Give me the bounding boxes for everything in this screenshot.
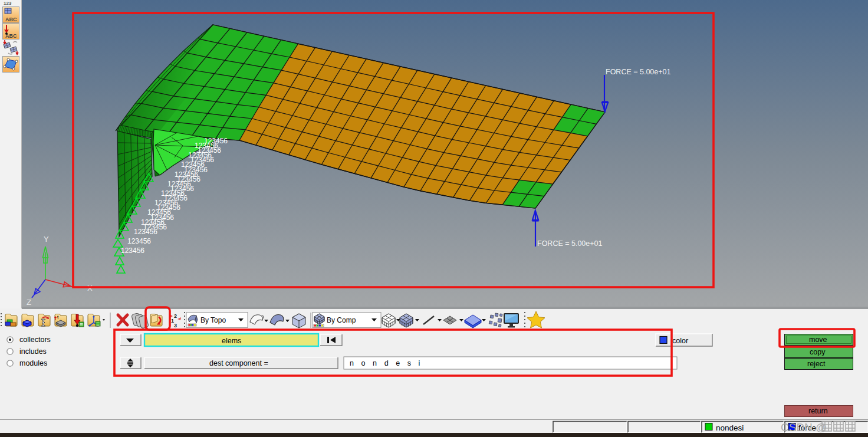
svg-text:nondesi: nondesi	[716, 423, 744, 432]
svg-text:123456: 123456	[164, 194, 188, 202]
svg-text:By Topo: By Topo	[200, 316, 226, 324]
svg-text:modules: modules	[19, 359, 47, 367]
svg-text:123456: 123456	[150, 213, 174, 222]
svg-text:reject: reject	[807, 360, 826, 368]
svg-text:return: return	[808, 407, 828, 415]
svg-text:123: 123	[4, 1, 12, 6]
svg-text:includes: includes	[19, 347, 47, 356]
svg-text:123456: 123456	[143, 223, 167, 231]
svg-text:nondesi: nondesi	[350, 359, 428, 367]
svg-text:123456: 123456	[177, 175, 200, 183]
svg-text:ABC: ABC	[5, 17, 17, 22]
svg-text:123456: 123456	[184, 166, 208, 174]
svg-text:123456: 123456	[190, 156, 214, 164]
svg-text:color: color	[672, 337, 688, 345]
svg-text:dest component =: dest component =	[209, 359, 268, 367]
svg-text:123456: 123456	[121, 247, 144, 255]
svg-text:123456: 123456	[170, 185, 194, 193]
svg-text:By Comp: By Comp	[327, 316, 356, 324]
svg-text:2: 2	[174, 313, 177, 319]
svg-text:123456: 123456	[127, 237, 151, 245]
svg-text:elems: elems	[222, 337, 241, 345]
svg-text:ABC: ABC	[5, 33, 17, 39]
svg-text:123456: 123456	[157, 203, 180, 212]
svg-text:collectors: collectors	[19, 336, 51, 344]
svg-text:copy: copy	[810, 348, 826, 356]
svg-text:FORCE = 5.00e+01: FORCE = 5.00e+01	[606, 68, 671, 76]
svg-text:3: 3	[174, 323, 177, 328]
svg-text:123456: 123456	[198, 146, 221, 155]
svg-text:Y: Y	[44, 235, 49, 244]
svg-text:move: move	[809, 336, 827, 344]
svg-text:123456: 123456	[204, 137, 228, 145]
svg-text:Z: Z	[27, 298, 31, 307]
svg-text:FORCE = 5.00e+01: FORCE = 5.00e+01	[537, 239, 603, 248]
svg-text:CSDN @: CSDN @	[781, 421, 827, 433]
